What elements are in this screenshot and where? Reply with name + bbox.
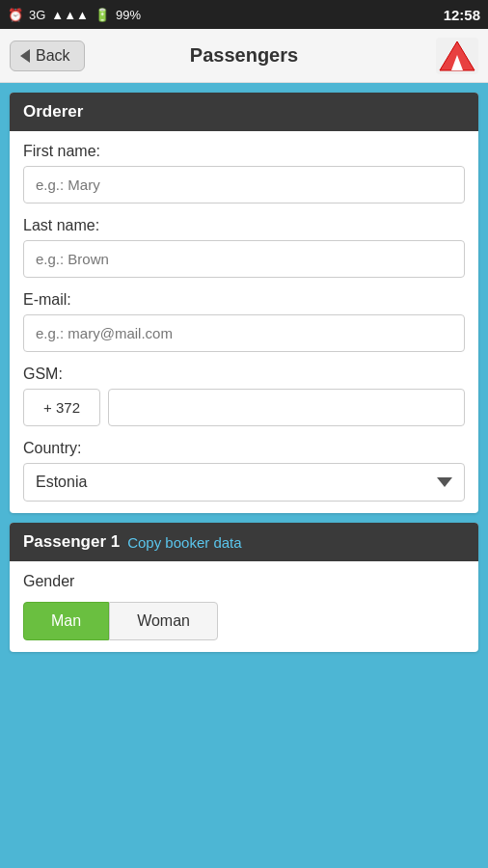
country-group: Country: Estonia	[23, 440, 465, 502]
back-button[interactable]: Back	[10, 41, 85, 71]
battery-icon: 🔋	[95, 8, 110, 22]
last-name-input[interactable]	[23, 240, 465, 278]
orderer-card: Orderer First name: Last name: E-mail: G…	[10, 93, 478, 513]
orderer-body: First name: Last name: E-mail: GSM: + 37…	[10, 131, 478, 513]
main-content: Orderer First name: Last name: E-mail: G…	[0, 83, 488, 868]
orderer-header: Orderer	[10, 93, 478, 131]
first-name-group: First name:	[23, 143, 465, 203]
country-dropdown[interactable]: Estonia	[23, 463, 465, 502]
page-title: Passengers	[190, 44, 298, 67]
status-bar-right: 12:58	[444, 7, 480, 23]
gsm-number-input[interactable]	[108, 389, 465, 426]
time-display: 12:58	[444, 7, 480, 23]
app-logo	[436, 38, 478, 74]
status-bar: ⏰ 3G ▲▲▲ 🔋 99% 12:58	[0, 0, 488, 29]
first-name-input[interactable]	[23, 166, 465, 203]
country-label: Country:	[23, 440, 465, 457]
passenger-header: Passenger 1 Copy booker data	[10, 523, 478, 561]
alarm-icon: ⏰	[8, 8, 23, 22]
nav-bar: Back Passengers	[0, 29, 488, 83]
email-input[interactable]	[23, 314, 465, 352]
email-group: E-mail:	[23, 291, 465, 352]
last-name-group: Last name:	[23, 217, 465, 278]
gender-label: Gender	[23, 573, 465, 590]
woman-button[interactable]: Woman	[109, 602, 218, 640]
gsm-label: GSM:	[23, 366, 465, 383]
gender-section: Gender Man Woman	[10, 561, 478, 652]
passenger-title: Passenger 1	[23, 532, 120, 552]
gsm-row: + 372	[23, 389, 465, 426]
battery-percent: 99%	[116, 8, 141, 22]
man-button[interactable]: Man	[23, 602, 109, 640]
passenger-card: Passenger 1 Copy booker data Gender Man …	[10, 523, 478, 652]
gender-buttons: Man Woman	[23, 602, 465, 640]
last-name-label: Last name:	[23, 217, 465, 234]
network-label: 3G	[29, 8, 45, 22]
orderer-title: Orderer	[23, 102, 83, 121]
gsm-group: GSM: + 372	[23, 366, 465, 426]
status-bar-left: ⏰ 3G ▲▲▲ 🔋 99%	[8, 8, 141, 22]
copy-booker-data-link[interactable]: Copy booker data	[127, 534, 241, 551]
signal-icon: ▲▲▲	[51, 8, 89, 22]
back-label: Back	[36, 47, 70, 65]
chevron-down-icon	[437, 477, 452, 487]
first-name-label: First name:	[23, 143, 465, 160]
email-label: E-mail:	[23, 291, 465, 309]
country-value: Estonia	[36, 474, 87, 491]
gsm-prefix[interactable]: + 372	[23, 389, 100, 426]
back-arrow-icon	[20, 49, 30, 63]
